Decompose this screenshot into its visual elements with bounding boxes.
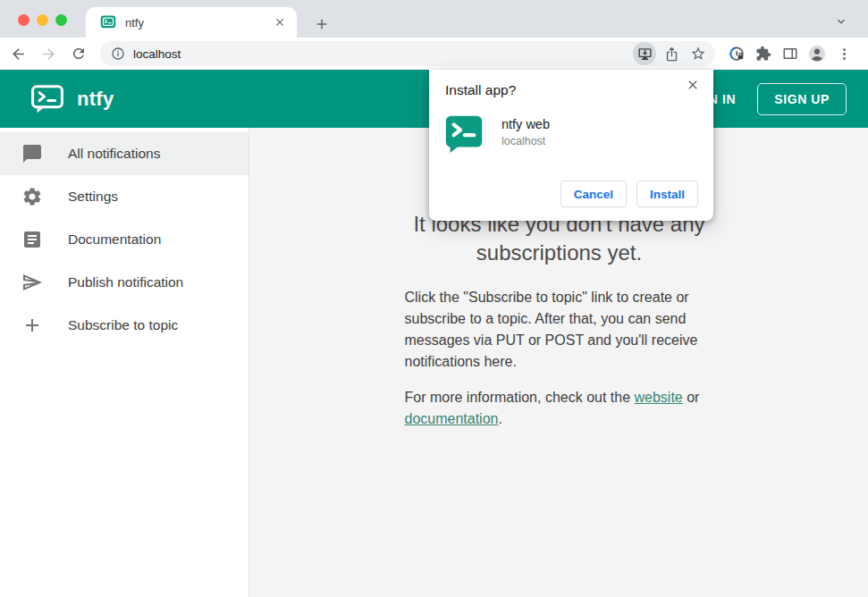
macos-traffic-lights: [18, 14, 67, 26]
plus-icon: [21, 315, 43, 336]
back-icon[interactable]: [5, 41, 30, 66]
extensions-puzzle-icon[interactable]: [751, 41, 776, 66]
side-panel-icon[interactable]: [778, 41, 803, 66]
sidebar: All notifications Settings Documentation…: [0, 128, 249, 597]
address-bar[interactable]: localhost: [100, 41, 715, 66]
sidebar-item-label: Settings: [68, 189, 118, 205]
site-info-icon[interactable]: [111, 46, 125, 61]
dialog-app-meta: ntfy web localhost: [501, 114, 550, 154]
browser-toolbar: localhost: [0, 38, 868, 70]
cancel-button[interactable]: Cancel: [560, 181, 627, 207]
dialog-app-name: ntfy web: [501, 117, 550, 131]
documentation-link[interactable]: documentation: [405, 411, 499, 426]
sidebar-item-documentation[interactable]: Documentation: [0, 218, 249, 261]
reload-icon[interactable]: [66, 41, 91, 66]
dialog-close-icon[interactable]: [683, 75, 703, 95]
heading-line-2: subscriptions yet.: [372, 239, 747, 267]
minimize-window-button[interactable]: [37, 14, 48, 26]
dialog-actions: Cancel Install: [560, 181, 698, 207]
tab-strip: ntfy: [0, 0, 868, 38]
sidebar-item-label: Subscribe to topic: [68, 317, 178, 333]
dialog-app-origin: localhost: [501, 135, 550, 147]
paragraph-2-text: or: [683, 390, 700, 405]
send-icon: [21, 272, 43, 293]
tab-search-chevron-icon[interactable]: [834, 14, 848, 29]
install-app-icon[interactable]: [633, 42, 656, 65]
sidebar-item-label: All notifications: [68, 146, 160, 162]
extension-area: [722, 41, 856, 66]
install-button[interactable]: Install: [636, 181, 698, 207]
forward-icon[interactable]: [36, 41, 61, 66]
sidebar-item-label: Publish notification: [68, 274, 183, 290]
dialog-app-info: ntfy web localhost: [445, 114, 550, 154]
new-tab-button[interactable]: [309, 12, 334, 37]
bookmark-star-icon[interactable]: [687, 42, 710, 65]
close-window-button[interactable]: [18, 14, 29, 26]
sidebar-item-settings[interactable]: Settings: [0, 175, 249, 218]
sidebar-item-publish-notification[interactable]: Publish notification: [0, 261, 249, 304]
empty-state-paragraph-2: For more information, check out the webs…: [405, 387, 714, 430]
maximize-window-button[interactable]: [55, 14, 67, 26]
brand: ntfy: [30, 85, 114, 114]
sign-up-button[interactable]: SIGN UP: [757, 83, 847, 115]
tab-close-icon[interactable]: [272, 14, 288, 30]
ntfy-logo-icon: [30, 85, 64, 114]
browser-menu-kebab-icon[interactable]: [831, 41, 856, 66]
share-icon[interactable]: [660, 42, 683, 65]
tab-title: ntfy: [125, 16, 272, 29]
sidebar-item-all-notifications[interactable]: All notifications: [0, 132, 249, 175]
ntfy-app-icon: [445, 114, 483, 154]
password-manager-extension-icon[interactable]: [724, 41, 749, 66]
browser-window: ntfy localhost: [0, 0, 868, 597]
sidebar-item-label: Documentation: [68, 231, 161, 248]
empty-state-paragraph-1: Click the "Subscribe to topic" link to c…: [405, 287, 714, 373]
browser-tab[interactable]: ntfy: [86, 7, 297, 38]
website-link[interactable]: website: [635, 390, 683, 405]
sidebar-item-subscribe-to-topic[interactable]: Subscribe to topic: [0, 304, 249, 347]
profile-avatar-icon[interactable]: [805, 41, 830, 66]
paragraph-2-text: For more information, check out the: [405, 390, 635, 405]
paragraph-2-text: .: [498, 411, 501, 426]
gear-icon: [21, 186, 43, 207]
install-app-dialog: Install app? ntfy web localhost Cancel I…: [429, 70, 713, 221]
ntfy-favicon: [100, 14, 116, 30]
dialog-title: Install app?: [445, 82, 516, 98]
url-text[interactable]: localhost: [133, 47, 629, 61]
article-icon: [21, 229, 43, 250]
chat-icon: [21, 143, 43, 164]
brand-name: ntfy: [77, 88, 114, 111]
